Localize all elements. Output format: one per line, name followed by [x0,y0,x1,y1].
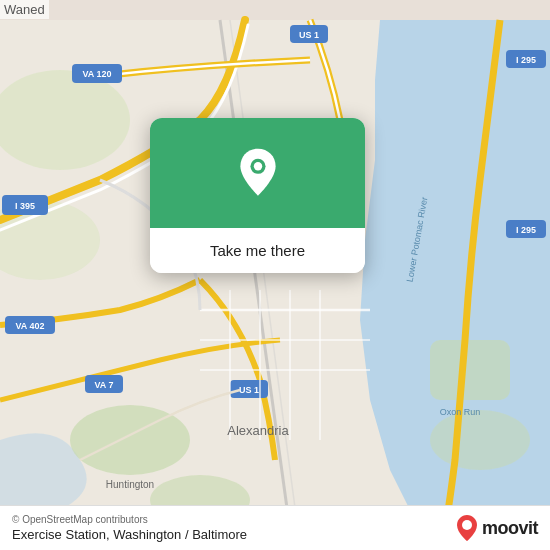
location-pin-icon [232,147,284,199]
svg-text:VA 120: VA 120 [82,69,111,79]
svg-text:US 1: US 1 [299,30,319,40]
svg-text:I 295: I 295 [516,225,536,235]
map-container: I 395 VA 120 US 1 I 295 I 295 VA 402 VA … [0,0,550,550]
svg-text:I 395: I 395 [15,201,35,211]
svg-text:Oxon Run: Oxon Run [440,407,481,417]
svg-point-39 [462,520,472,530]
attribution-text: © OpenStreetMap contributors [12,514,247,525]
waned-label: Waned [0,0,49,19]
svg-text:I 295: I 295 [516,55,536,65]
take-me-there-button[interactable]: Take me there [150,228,365,273]
bottom-left: © OpenStreetMap contributors Exercise St… [12,514,247,542]
svg-text:US 1: US 1 [239,385,259,395]
svg-text:Huntington: Huntington [106,479,154,490]
svg-text:VA 7: VA 7 [94,380,113,390]
svg-point-38 [253,162,261,170]
bottom-bar: © OpenStreetMap contributors Exercise St… [0,505,550,550]
moovit-pin-icon [456,514,478,542]
svg-rect-4 [430,340,510,400]
popup-green-area [150,118,365,228]
moovit-text: moovit [482,518,538,539]
popup-card: Take me there [150,118,365,273]
location-title: Exercise Station, Washington / Baltimore [12,527,247,542]
svg-text:Alexandria: Alexandria [227,423,289,438]
svg-text:VA 402: VA 402 [15,321,44,331]
svg-point-5 [430,410,530,470]
map-background: I 395 VA 120 US 1 I 295 I 295 VA 402 VA … [0,0,550,550]
moovit-logo: moovit [456,514,538,542]
